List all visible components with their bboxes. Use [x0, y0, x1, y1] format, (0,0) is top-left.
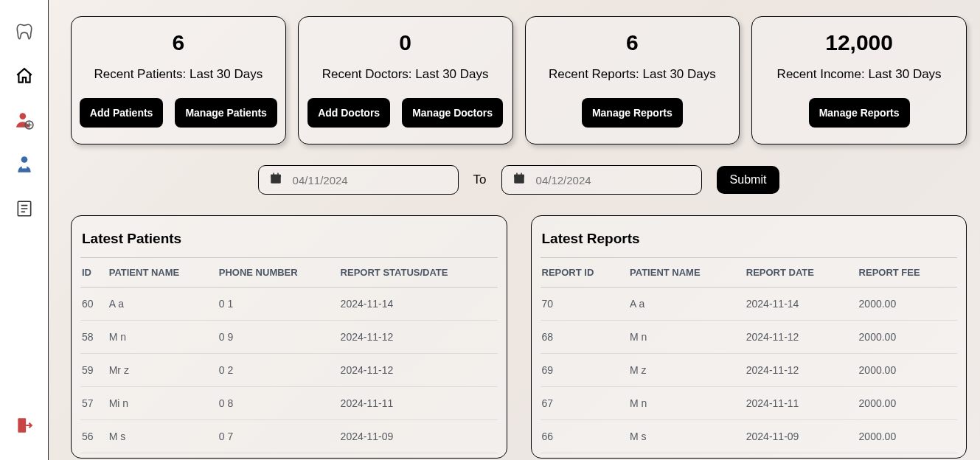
table-cell: 70: [541, 288, 626, 321]
table-cell: M n: [105, 321, 215, 354]
sidebar-item-reports[interactable]: [13, 199, 35, 221]
svg-rect-9: [277, 173, 279, 176]
table-cell: 2024-11-11: [336, 387, 498, 420]
column-header: REPORT STATUS/DATE: [336, 258, 498, 288]
card-buttons: Manage Reports: [809, 98, 910, 128]
patients-table: IDPATIENT NAMEPHONE NUMBERREPORT STATUS/…: [80, 257, 498, 453]
table-row[interactable]: 59Mr z0 22024-11-12: [80, 354, 498, 387]
table-row[interactable]: 69M z2024-11-122000.00: [541, 354, 958, 387]
table-cell: 57: [80, 387, 105, 420]
table-cell: M s: [105, 420, 215, 453]
table-row[interactable]: 70A a2024-11-142000.00: [541, 288, 958, 321]
table-cell: 67: [541, 387, 626, 420]
main-content: 6Recent Patients: Last 30 DaysAdd Patien…: [49, 0, 980, 460]
table-cell: 0 2: [215, 354, 336, 387]
table-cell: 2024-11-12: [742, 354, 855, 387]
date-from-input[interactable]: [293, 174, 448, 187]
sidebar: [0, 0, 49, 460]
card-label: Recent Doctors: Last 30 Days: [322, 67, 489, 82]
card-value: 12,000: [825, 30, 893, 55]
manage-button[interactable]: Manage Reports: [582, 98, 683, 128]
table-cell: 2024-11-12: [336, 354, 498, 387]
calendar-icon: [269, 172, 282, 188]
card-buttons: Add PatientsManage Patients: [80, 98, 277, 128]
table-cell: 2024-11-09: [336, 420, 498, 453]
column-header: PATIENT NAME: [625, 258, 742, 288]
card-value: 6: [173, 30, 185, 55]
table-row[interactable]: 60A a0 12024-11-14: [80, 288, 498, 321]
reports-table: REPORT IDPATIENT NAMEREPORT DATEREPORT F…: [541, 257, 958, 453]
table-cell: 2000.00: [855, 387, 957, 420]
card-label: Recent Reports: Last 30 Days: [549, 67, 716, 82]
table-cell: 2024-11-09: [742, 420, 855, 453]
svg-rect-5: [18, 418, 26, 433]
date-to-input[interactable]: [536, 174, 691, 187]
add-button[interactable]: Add Doctors: [307, 98, 390, 128]
card-value: 6: [626, 30, 639, 55]
manage-button[interactable]: Manage Doctors: [402, 98, 503, 128]
table-cell: M z: [625, 354, 742, 387]
latest-patients-panel: Latest Patients IDPATIENT NAMEPHONE NUMB…: [71, 215, 507, 459]
manage-button[interactable]: Manage Patients: [175, 98, 277, 128]
tooth-icon: [15, 22, 34, 44]
table-cell: 2000.00: [855, 420, 957, 453]
table-cell: 2000.00: [855, 288, 957, 321]
table-row[interactable]: 68M n2024-11-122000.00: [541, 321, 958, 354]
summary-card: 6Recent Patients: Last 30 DaysAdd Patien…: [71, 16, 286, 144]
sidebar-item-home[interactable]: [13, 66, 35, 88]
submit-button[interactable]: Submit: [717, 166, 780, 194]
logout-icon: [15, 416, 34, 438]
to-label: To: [473, 172, 487, 187]
table-cell: 59: [80, 354, 105, 387]
table-row[interactable]: 66M s2024-11-092000.00: [541, 420, 958, 453]
column-header: PATIENT NAME: [105, 258, 215, 288]
tables-row: Latest Patients IDPATIENT NAMEPHONE NUMB…: [71, 215, 967, 459]
manage-button[interactable]: Manage Reports: [809, 98, 910, 128]
sidebar-item-patients[interactable]: [13, 111, 35, 133]
card-buttons: Manage Reports: [582, 98, 683, 128]
date-filter-row: To Submit: [71, 165, 967, 195]
table-cell: 2000.00: [855, 354, 957, 387]
summary-cards: 6Recent Patients: Last 30 DaysAdd Patien…: [71, 16, 967, 144]
table-row[interactable]: 57Mi n0 82024-11-11: [80, 387, 498, 420]
svg-point-0: [19, 113, 26, 119]
sidebar-item-logo[interactable]: [13, 22, 35, 44]
date-from-wrap[interactable]: [258, 165, 459, 195]
table-cell: 0 7: [215, 420, 336, 453]
latest-reports-panel: Latest Reports REPORT IDPATIENT NAMEREPO…: [531, 215, 967, 459]
table-cell: 2024-11-12: [336, 321, 498, 354]
calendar-icon: [512, 172, 526, 188]
table-cell: 0 1: [215, 288, 336, 321]
table-row[interactable]: 58M n0 92024-11-12: [80, 321, 498, 354]
column-header: ID: [80, 258, 105, 288]
table-cell: 2024-11-12: [742, 321, 855, 354]
add-button[interactable]: Add Patients: [80, 98, 164, 128]
column-header: REPORT DATE: [742, 258, 855, 288]
column-header: REPORT ID: [541, 258, 626, 288]
sidebar-item-doctors[interactable]: [13, 155, 35, 177]
table-cell: A a: [105, 288, 215, 321]
patient-icon: [15, 111, 34, 133]
card-buttons: Add DoctorsManage Doctors: [307, 98, 503, 128]
panel-title: Latest Reports: [541, 231, 958, 247]
table-row[interactable]: 67M n2024-11-112000.00: [541, 387, 958, 420]
report-icon: [15, 199, 34, 221]
table-cell: 0 9: [215, 321, 336, 354]
table-cell: 2024-11-14: [742, 288, 855, 321]
table-cell: A a: [625, 288, 742, 321]
table-row[interactable]: 56M s0 72024-11-09: [80, 420, 498, 453]
table-cell: 2024-11-11: [742, 387, 855, 420]
sidebar-item-logout[interactable]: [13, 416, 35, 438]
svg-rect-13: [521, 173, 522, 176]
table-cell: Mi n: [105, 387, 215, 420]
summary-card: 6Recent Reports: Last 30 DaysManage Repo…: [525, 16, 740, 144]
table-cell: 60: [80, 288, 105, 321]
table-cell: 56: [80, 420, 105, 453]
panel-title: Latest Patients: [80, 231, 498, 247]
doctor-icon: [15, 155, 34, 177]
svg-rect-11: [514, 175, 524, 178]
svg-rect-8: [273, 173, 274, 176]
card-value: 0: [399, 30, 411, 55]
table-cell: M s: [625, 420, 742, 453]
date-to-wrap[interactable]: [501, 165, 702, 195]
